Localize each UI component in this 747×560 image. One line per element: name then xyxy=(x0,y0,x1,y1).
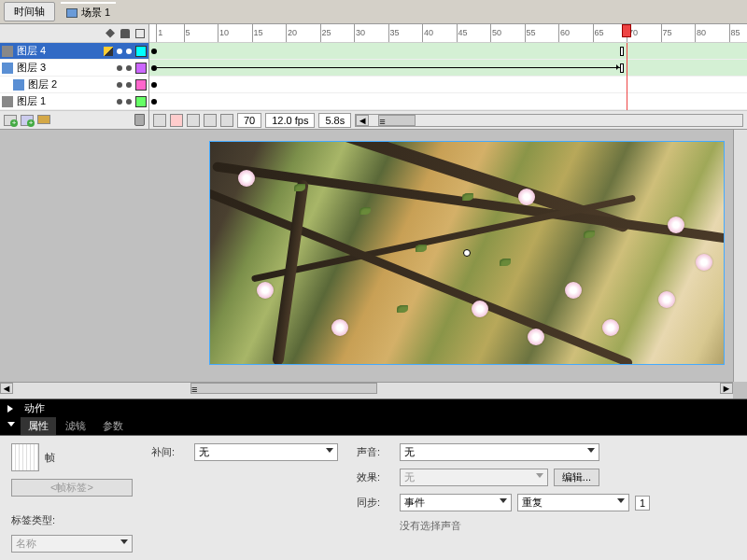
add-guide-layer-button[interactable] xyxy=(21,115,34,126)
ruler-number: 85 xyxy=(731,28,740,37)
visibility-dot[interactable] xyxy=(117,65,122,71)
keyframe-icon[interactable] xyxy=(151,49,157,54)
layer-row[interactable]: 图层 2 xyxy=(0,77,148,93)
ruler-number: 75 xyxy=(663,28,672,37)
sync-label: 同步: xyxy=(357,496,394,510)
layer-name-label: 图层 4 xyxy=(17,44,100,58)
lock-dot[interactable] xyxy=(126,82,132,88)
lock-dot[interactable] xyxy=(126,65,132,71)
frame-ruler[interactable]: 1510152025303540455055606570758085 xyxy=(149,24,747,43)
stage[interactable]: + ◄ ≡ ► xyxy=(0,130,747,399)
visibility-dot[interactable] xyxy=(117,82,122,88)
tween-select[interactable]: 无 xyxy=(194,443,338,461)
layer-type-icon xyxy=(2,63,13,74)
onion-skin-icon[interactable] xyxy=(170,114,183,127)
registration-point-icon xyxy=(463,249,471,257)
layer-color-swatch[interactable] xyxy=(135,46,147,57)
layer-row[interactable]: 图层 1 xyxy=(0,93,148,110)
repeat-select[interactable]: 重复 xyxy=(517,494,629,511)
center-frame-icon[interactable] xyxy=(153,114,166,127)
tab-timeline[interactable]: 时间轴 xyxy=(4,2,55,21)
track-row[interactable] xyxy=(149,60,747,77)
lock-dot[interactable] xyxy=(126,99,132,105)
scroll-thumb[interactable]: ≡ xyxy=(190,383,377,394)
sound-label: 声音: xyxy=(357,445,394,459)
outline-icon[interactable] xyxy=(135,29,145,38)
layer-row[interactable]: 图层 4 xyxy=(0,43,148,60)
layer-name-label: 图层 2 xyxy=(28,77,113,91)
lock-icon[interactable] xyxy=(120,29,130,38)
repeat-count-input[interactable]: 1 xyxy=(635,496,650,511)
layer-name-label: 图层 3 xyxy=(17,61,113,75)
onion-markers-icon[interactable] xyxy=(220,114,233,127)
playhead[interactable] xyxy=(622,24,631,37)
visibility-dot[interactable] xyxy=(117,99,122,105)
fps-field[interactable]: 12.0 fps xyxy=(265,113,315,128)
add-folder-button[interactable] xyxy=(37,115,50,124)
stage-scrollbar-h[interactable]: ◄ ≡ ► xyxy=(0,382,733,399)
stage-canvas[interactable]: + xyxy=(209,141,725,365)
scroll-left-button[interactable]: ◄ xyxy=(356,115,369,126)
scroll-right-button[interactable]: ► xyxy=(720,383,733,394)
sound-select[interactable]: 无 xyxy=(400,443,599,461)
tab-parameters[interactable]: 参数 xyxy=(95,417,131,435)
timeline-scrollbar[interactable]: ◄ ≡ xyxy=(355,114,743,127)
trash-icon[interactable] xyxy=(134,114,145,126)
label-type-select[interactable]: 名称 xyxy=(11,535,133,553)
add-layer-button[interactable] xyxy=(4,115,17,126)
edit-multiple-icon[interactable] xyxy=(204,114,217,127)
sync-select[interactable]: 事件 xyxy=(400,494,512,511)
layer-color-swatch[interactable] xyxy=(135,63,147,74)
onion-outline-icon[interactable] xyxy=(187,114,200,127)
effect-label: 效果: xyxy=(357,470,394,484)
scene-icon xyxy=(66,8,78,18)
collapse-icon[interactable] xyxy=(7,422,15,430)
visibility-dot[interactable] xyxy=(117,49,122,54)
ruler-number: 65 xyxy=(595,28,604,37)
expand-icon xyxy=(7,405,17,413)
layer-row[interactable]: 图层 3 xyxy=(0,60,148,77)
keyframe-icon[interactable] xyxy=(151,99,157,105)
stage-scrollbar-v[interactable] xyxy=(733,130,747,382)
ruler-number: 25 xyxy=(322,28,331,37)
layer-color-swatch[interactable] xyxy=(135,96,147,107)
tween-span xyxy=(157,67,622,68)
track-row[interactable] xyxy=(149,77,747,93)
ruler-number: 45 xyxy=(458,28,468,37)
pencil-icon xyxy=(104,47,113,56)
origin-icon: + xyxy=(209,141,211,149)
frame-thumbnail-icon xyxy=(11,443,39,471)
keyframe-icon[interactable] xyxy=(151,65,157,71)
visibility-icon[interactable] xyxy=(106,29,115,38)
track-row[interactable] xyxy=(149,93,747,110)
properties-panel: 帧 <帧标签> 标签类型: 名称 补间: 无 声音: 无 xyxy=(0,436,747,560)
inspector-tabs: 属性 滤镜 参数 xyxy=(0,417,747,436)
frame-label-input[interactable]: <帧标签> xyxy=(11,479,133,497)
lock-dot[interactable] xyxy=(126,49,132,54)
current-frame-field[interactable]: 70 xyxy=(237,113,261,128)
track-row[interactable] xyxy=(149,43,747,60)
layer-name-label: 图层 1 xyxy=(17,94,113,108)
keyframe-end-icon[interactable] xyxy=(620,47,624,56)
tween-label: 补间: xyxy=(151,445,189,459)
scroll-left-button[interactable]: ◄ xyxy=(0,383,13,394)
tab-filters[interactable]: 滤镜 xyxy=(58,417,93,435)
label-type-label: 标签类型: xyxy=(11,513,55,527)
actions-panel-tab[interactable]: 动作 xyxy=(0,399,747,417)
layer-type-icon xyxy=(2,46,13,57)
layer-color-swatch[interactable] xyxy=(135,79,147,91)
keyframe-end-icon[interactable] xyxy=(620,63,624,73)
effect-select: 无 xyxy=(400,469,548,486)
tab-properties[interactable]: 属性 xyxy=(21,417,56,435)
scene-indicator[interactable]: 场景 1 xyxy=(61,2,116,21)
edit-button[interactable]: 编辑... xyxy=(554,469,599,486)
ruler-number: 50 xyxy=(492,28,501,37)
ruler-number: 20 xyxy=(288,28,297,37)
layer-header xyxy=(0,24,148,43)
scroll-thumb[interactable]: ≡ xyxy=(378,115,416,126)
layer-type-icon xyxy=(2,96,13,107)
layer-type-icon xyxy=(13,79,24,91)
ruler-number: 10 xyxy=(219,28,229,37)
playhead-line xyxy=(627,43,627,110)
keyframe-icon[interactable] xyxy=(151,82,157,88)
